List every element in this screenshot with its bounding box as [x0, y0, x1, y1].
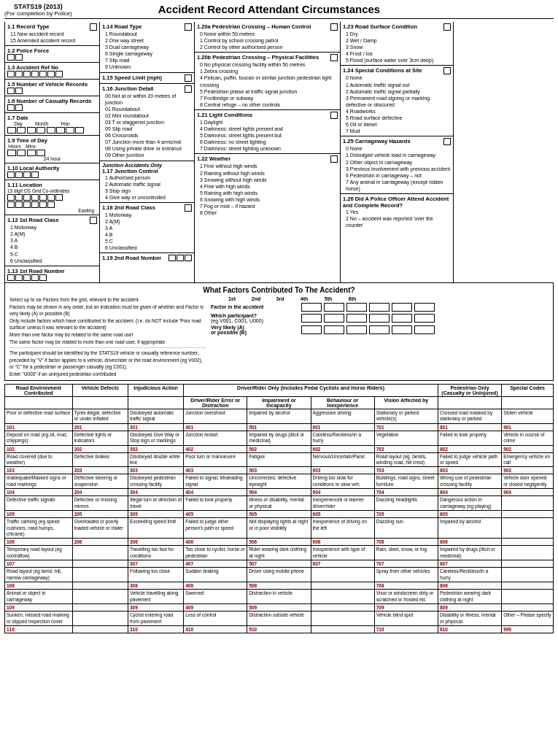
location-inputs[interactable] [7, 194, 97, 201]
date-inputs[interactable] [7, 127, 97, 134]
section-1-10: 1.10 Local Authority [5, 163, 99, 180]
time-inputs[interactable] [7, 150, 97, 156]
road-number-2-inputs[interactable] [168, 255, 192, 261]
sec-1-10-label: 1.10 Local Authority [7, 165, 97, 171]
sec-1-6-label: 1.6 Number of Casualty Records [7, 98, 97, 104]
special-conditions-items: 0 None 1 Automatic traffic signal out 2 … [343, 74, 451, 134]
table-row-codes: 106 206 306 406 506 606 706 806 [5, 539, 554, 546]
section-1-3: 1.3 Accident Ref No [5, 63, 99, 80]
section-1-19: 1.19 2nd Road Number [100, 253, 194, 263]
police-attend-items: 1 Yes 2 No – accident was reported 'over… [343, 209, 451, 228]
road-type-items: 1 Roundabout 2 One way street 3 Dual car… [102, 31, 192, 71]
sec-1-20b-label: 1.20b Pedestrian Crossing – Physical Fac… [197, 54, 319, 61]
police-force-inputs[interactable] [7, 54, 97, 61]
location-easting-inputs[interactable] [7, 201, 97, 208]
factor-row-2: Which participant?(eg V001, C001, U000) [211, 313, 549, 323]
24-hour-label: 24 hour [7, 156, 97, 161]
junction-detail-checkbox[interactable] [185, 85, 192, 93]
col-header-driver: Driver/Rider Only (Includes Pedal Cyclis… [184, 384, 438, 396]
ped-crossing-a-checkbox[interactable] [330, 23, 338, 31]
sec-1-15-label: 1.15 Speed Limit (mph) [102, 74, 162, 81]
sec-1-16-label: 1.16 Junction Detail [102, 85, 153, 93]
road-class-1-checkbox[interactable] [90, 217, 97, 224]
table-row-codes: 103 203 303 403 503 603 703 803 903 [5, 467, 554, 474]
table-row-codes: 110 310 410 510 710 810 999 [5, 625, 554, 633]
factor-boxes-3[interactable] [301, 325, 435, 334]
factor-label-2: Which participant?(eg V001, C001, U000) [211, 313, 298, 323]
subhdr-vision: Vision Affected by [374, 396, 438, 409]
table-row: Road covered (due to weather) Defective … [5, 452, 554, 467]
table-row: Temporary road layout (eg contraflow) Tr… [5, 546, 554, 560]
ped-crossing-b-checkbox[interactable] [330, 54, 338, 61]
sec-1-18-label: 1.18 2nd Road Class [102, 204, 155, 212]
road-type-checkbox[interactable] [185, 23, 192, 31]
sec-1-17-label: 1.17 Junction Control [102, 168, 192, 174]
table-row-codes: 107 307 407 507 607 707 807 [5, 560, 554, 568]
sec-1-25-label: 1.25 Carriageway Hazards [343, 138, 411, 145]
subhdr-driver-error: Driver/Rider Error or Distraction [184, 396, 247, 409]
subhdr-impairment: Impairment or Incapacity [247, 396, 311, 409]
sec-1-11-label: 1.11 Location [7, 182, 97, 188]
factors-title: What Factors Contributed To The Accident… [9, 286, 549, 294]
col-header-pedestrian: Pedestrian Only (Casualty or Uninjured) [438, 384, 501, 396]
table-row: Deposit on road (eg oil, mud, chippings)… [5, 431, 554, 445]
carriageway-hazards-items: 0 None 1 Dislodged vehicle load in carri… [343, 145, 451, 192]
special-conditions-checkbox[interactable] [443, 67, 451, 74]
vehicle-records-inputs[interactable] [7, 88, 97, 94]
road-class-2-checkbox[interactable] [185, 204, 192, 212]
factor-row-1: Factor in the accident [211, 303, 549, 312]
factors-content: Select up to six Factors from the grid, … [9, 296, 549, 377]
easting-label: Easting [7, 208, 97, 213]
sec-1-13-label: 1.13 1st Road Number [7, 268, 97, 274]
section-1-13: 1.13 1st Road Number [5, 266, 99, 282]
subhdr-behaviour: Behaviour or Inexperience [311, 396, 374, 409]
weather-checkbox[interactable] [330, 155, 338, 163]
record-type-checkbox[interactable] [90, 23, 97, 31]
section-1-16: 1.16 Junction Detail 00 Not at or within… [100, 84, 194, 161]
section-1-24: 1.24 Special Conditions at Site 0 None 1… [341, 66, 453, 136]
factor-boxes-1[interactable] [301, 303, 435, 312]
section-1-2: 1.2 Police Force [5, 46, 99, 63]
section-1-20a: 1.20a Pedestrian Crossing – Human Contro… [195, 22, 340, 53]
section-1-17: Junction Accidents Only 1.17 Junction Co… [100, 161, 194, 203]
grid-coords-label: 13 digit OS Grid Co-ordinates [7, 188, 97, 193]
col-header-special: Special Codes [502, 384, 554, 396]
factor-label-1: Factor in the accident [211, 304, 298, 309]
accident-ref-inputs[interactable] [7, 71, 97, 77]
col-header-vehicle-defects: Vehicle Defects [72, 384, 128, 396]
sec-1-20a-label: 1.20a Pedestrian Crossing – Human Contro… [197, 23, 311, 31]
ped-crossing-a-items: 0 None within 50 metres 1 Control by sch… [197, 31, 338, 50]
table-row-codes: 104 204 304 404 504 604 704 804 904 [5, 489, 554, 496]
table-row-codes: 105 205 305 405 505 605 705 805 [5, 511, 554, 518]
section-1-21: 1.21 Light Conditions 1 Daylight 4 Darkn… [195, 110, 340, 154]
section-1-20b: 1.20b Pedestrian Crossing – Physical Fac… [195, 53, 340, 110]
record-type-items: 11 New accident record 15 Amended accide… [7, 31, 97, 44]
local-authority-inputs[interactable] [7, 171, 97, 178]
section-1-26: 1.26 Did A Police Officer Attend Acciden… [341, 194, 453, 230]
sec-1-22-label: 1.22 Weather [197, 155, 230, 163]
factor-boxes-2[interactable] [301, 314, 435, 323]
section-1-23: 1.23 Road Surface Condition 1 Dry 2 Wet … [341, 22, 453, 66]
table-row: Inadequate/Masked signs or road markings… [5, 474, 554, 489]
table-row-codes: 109 309 409 509 709 809 [5, 604, 554, 612]
light-conditions-checkbox[interactable] [330, 112, 338, 119]
table-row: Defective traffic signals Defective or m… [5, 496, 554, 511]
stats-label: STATS19 (2013) [4, 3, 72, 10]
speed-limit-checkbox[interactable] [185, 74, 192, 82]
completion-label: (For completion by Police) [4, 10, 72, 17]
section-1-18: 1.18 2nd Road Class 1 Motorway 2 A(M) 3 … [100, 203, 194, 254]
section-1-11: 1.11 Location 13 digit OS Grid Co-ordina… [5, 180, 99, 215]
table-row: Animal or object in carriageway Vehicle … [5, 590, 554, 604]
road-number-1-inputs[interactable] [7, 274, 97, 281]
road-surface-checkbox[interactable] [443, 23, 451, 31]
section-1-9: 1.9 Time of Day Hours Mins 24 hour [5, 136, 99, 163]
section-1-7: 1.7 Date Day Month Year [5, 113, 99, 136]
section-1-6: 1.6 Number of Casualty Records [5, 96, 99, 113]
factors-grid: 1st 2nd 3rd 4th 5th 6th Factor in the ac… [211, 296, 549, 377]
section-1-14: 1.14 Road Type 1 Roundabout 2 One way st… [100, 22, 194, 73]
table-row: Road layout (eg bend, hill, narrow carri… [5, 568, 554, 582]
casualty-records-inputs[interactable] [7, 104, 97, 111]
carriageway-hazards-checkbox[interactable] [443, 138, 451, 145]
sec-1-9-label: 1.9 Time of Day [7, 137, 97, 144]
table-row-codes: 108 308 408 508 708 808 [5, 582, 554, 590]
